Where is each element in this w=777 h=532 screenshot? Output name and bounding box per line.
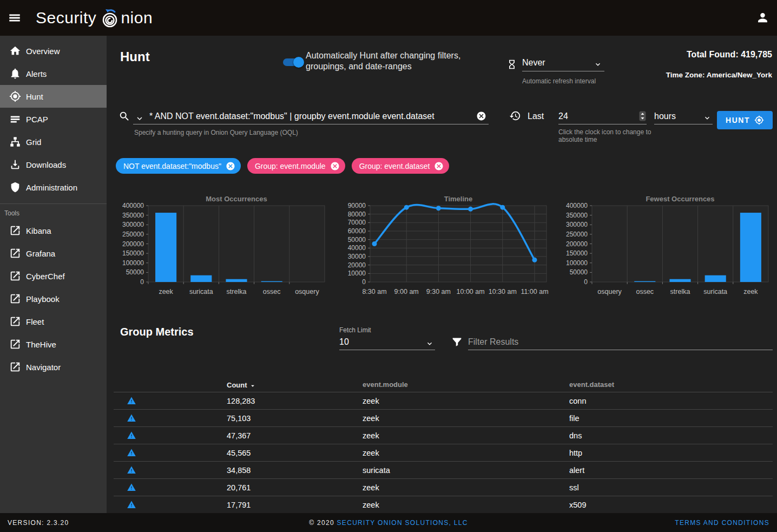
sidebar-item-administration[interactable]: Administration — [0, 176, 107, 199]
cell-event-dataset: http — [569, 449, 582, 457]
svg-text:50000: 50000 — [348, 236, 366, 244]
timezone-value: America/New_York — [707, 71, 772, 79]
clear-query-icon[interactable] — [476, 111, 486, 121]
svg-text:Fewest Occurrences: Fewest Occurrences — [646, 195, 714, 203]
svg-text:350000: 350000 — [122, 212, 144, 219]
duration-unit-select[interactable]: hours — [654, 110, 713, 124]
sidebar-item-overview[interactable]: Overview — [0, 40, 107, 62]
svg-text:250000: 250000 — [122, 231, 144, 238]
svg-text:10:00 am: 10:00 am — [457, 288, 485, 295]
query-hint: Specify a hunting query in Onion Query L… — [134, 129, 298, 136]
warning-triangle-icon[interactable] — [127, 396, 136, 405]
sitemap-icon — [9, 136, 21, 148]
cell-event-dataset: dns — [569, 431, 582, 440]
warning-triangle-icon[interactable] — [127, 500, 136, 509]
warning-triangle-icon[interactable] — [127, 431, 136, 440]
sidebar-tool-fleet[interactable]: Fleet — [0, 310, 107, 333]
fetch-limit-value: 10 — [339, 337, 349, 347]
column-header-event-module[interactable]: event.module — [363, 380, 408, 389]
hunt-button-label: HUNT — [726, 116, 750, 124]
chip-close-icon[interactable] — [226, 161, 235, 171]
cell-count: 17,791 — [227, 501, 251, 509]
sidebar-tool-cyberchef[interactable]: CyberChef — [0, 265, 107, 287]
sidebar-item-label: Administration — [26, 183, 77, 192]
warning-triangle-icon[interactable] — [127, 413, 136, 423]
svg-text:70000: 70000 — [348, 219, 366, 226]
sidebar-item-hunt[interactable]: Hunt — [0, 85, 107, 108]
svg-text:ossec: ossec — [263, 288, 281, 295]
account-icon[interactable] — [756, 11, 769, 24]
table-row[interactable]: 128,283 zeek conn — [114, 392, 773, 410]
hunt-button[interactable]: HUNT — [717, 111, 773, 129]
chip-close-icon[interactable] — [330, 161, 340, 171]
filter-results-input[interactable] — [468, 334, 773, 350]
sidebar-item-grid[interactable]: Grid — [0, 130, 107, 153]
clock-spinner-icon[interactable] — [639, 111, 646, 121]
sidebar-tool-kibana[interactable]: Kibana — [0, 219, 107, 242]
svg-text:0: 0 — [584, 278, 588, 286]
svg-text:150000: 150000 — [122, 249, 144, 257]
company-link[interactable]: SECURITY ONION SOLUTIONS, LLC — [337, 519, 468, 527]
sidebar-item-label: Grid — [26, 137, 41, 147]
cell-event-dataset: conn — [569, 397, 586, 405]
duration-hint: Click the clock icon to change to absolu… — [558, 128, 653, 143]
sidebar-item-alerts[interactable]: Alerts — [0, 62, 107, 85]
table-row[interactable]: 17,791 zeek x509 — [114, 496, 773, 513]
cell-count: 20,761 — [227, 483, 251, 492]
filter-chip-label: NOT event.dataset:"modbus" — [123, 162, 221, 170]
external-link-icon — [9, 270, 21, 282]
group-metrics-table: Count event.module event.dataset 128,283… — [114, 377, 773, 513]
svg-text:suricata: suricata — [703, 288, 727, 295]
external-link-icon — [9, 316, 21, 327]
column-header-event-dataset[interactable]: event.dataset — [569, 380, 614, 389]
svg-text:zeek: zeek — [743, 288, 758, 295]
duration-input[interactable] — [558, 108, 647, 124]
svg-text:suricata: suricata — [189, 288, 213, 295]
footer: VERSION: 2.3.20 © 2020 SECURITY ONION SO… — [0, 513, 777, 532]
fetch-limit-label: Fetch Limit — [339, 326, 371, 334]
table-row[interactable]: 20,761 zeek ssl — [114, 479, 773, 496]
sidebar-item-label: Navigator — [26, 363, 61, 372]
sidebar-tool-playbook[interactable]: Playbook — [0, 287, 107, 310]
table-row[interactable]: 34,858 suricata alert — [114, 462, 773, 479]
svg-text:9:00 am: 9:00 am — [394, 288, 419, 295]
sidebar-tool-navigator[interactable]: Navigator — [0, 356, 107, 378]
bell-icon — [9, 68, 21, 80]
svg-text:ossec: ossec — [636, 288, 654, 295]
table-row[interactable]: 47,367 zeek dns — [114, 427, 773, 444]
svg-text:50000: 50000 — [126, 268, 144, 276]
menu-icon[interactable] — [8, 11, 22, 25]
warning-triangle-icon[interactable] — [127, 465, 136, 475]
sidebar-item-label: CyberChef — [26, 272, 65, 281]
table-row[interactable]: 75,103 zeek file — [114, 410, 773, 427]
cell-event-module: zeek — [363, 449, 379, 457]
onion-icon — [100, 7, 120, 29]
external-link-icon — [9, 225, 21, 237]
column-header-count[interactable]: Count — [227, 380, 256, 390]
sidebar-item-label: Overview — [26, 47, 60, 56]
fetch-limit-select[interactable]: 10 — [339, 336, 435, 350]
cell-event-module: suricata — [363, 466, 390, 475]
sidebar-tool-thehive[interactable]: TheHive — [0, 333, 107, 356]
svg-text:zeek: zeek — [159, 288, 173, 295]
chip-close-icon[interactable] — [434, 161, 444, 171]
sidebar-item-downloads[interactable]: Downloads — [0, 153, 107, 176]
refresh-interval-select[interactable]: Never — [522, 56, 604, 71]
sidebar-tool-grafana[interactable]: Grafana — [0, 242, 107, 265]
group-chip-event-module[interactable]: Group: event.module — [247, 158, 345, 174]
warning-triangle-icon[interactable] — [127, 483, 136, 492]
sidebar-item-pcap[interactable]: PCAP — [0, 108, 107, 130]
filter-chip-exclude-modbus[interactable]: NOT event.dataset:"modbus" — [116, 158, 241, 174]
svg-text:9:30 am: 9:30 am — [426, 288, 451, 295]
svg-text:400000: 400000 — [122, 202, 144, 209]
table-row[interactable]: 45,565 zeek http — [114, 444, 773, 462]
filter-funnel-icon — [451, 336, 463, 347]
svg-text:11:00 am: 11:00 am — [521, 288, 548, 295]
group-chip-event-dataset[interactable]: Group: event.dataset — [352, 158, 450, 174]
warning-triangle-icon[interactable] — [127, 448, 136, 457]
history-icon[interactable] — [509, 110, 521, 122]
query-input[interactable] — [133, 108, 489, 124]
terms-link[interactable]: TERMS AND CONDITIONS — [675, 519, 769, 527]
auto-hunt-toggle[interactable] — [283, 58, 302, 66]
crosshair-icon — [9, 90, 21, 102]
